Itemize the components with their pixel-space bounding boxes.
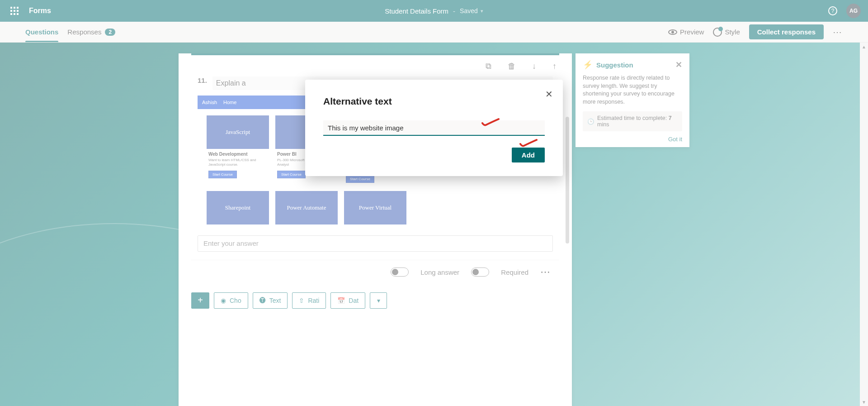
annotation-check-1 [481,118,500,127]
alt-text-modal: Alternative text ✕ Add [305,80,563,176]
annotation-check-2 [519,139,538,148]
modal-close-button[interactable]: ✕ [545,89,553,100]
modal-add-button[interactable]: Add [512,148,545,162]
alt-text-input[interactable] [323,120,545,136]
modal-title: Alternative text [323,96,545,107]
modal-overlay[interactable] [0,0,868,406]
